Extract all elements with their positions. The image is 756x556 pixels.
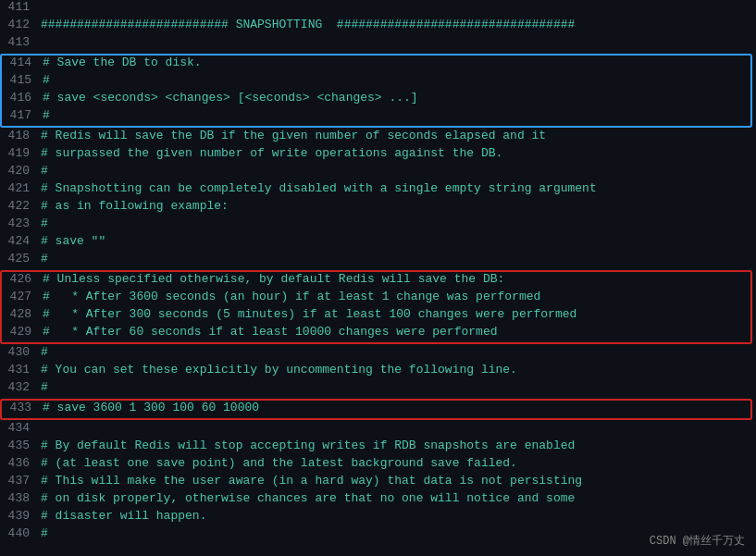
code-line: 426# Unless specified otherwise, by defa… (2, 272, 750, 290)
line-content: # You can set these explicitly by uncomm… (41, 363, 749, 377)
line-content: ########################## SNAPSHOTTING … (41, 18, 749, 31)
line-content: # on disk properly, otherwise chances ar… (41, 491, 749, 505)
line-number: 436 (0, 456, 41, 470)
code-line: 420# (0, 164, 756, 181)
line-content: # (43, 108, 743, 122)
code-line: 418# Redis will save the DB if the given… (0, 129, 756, 146)
line-number: 416 (2, 91, 43, 105)
line-number: 437 (0, 474, 41, 488)
code-line: 437# This will make the user aware (in a… (0, 474, 756, 491)
line-number: 434 (0, 421, 41, 435)
line-content: # Unless specified otherwise, by default… (43, 272, 743, 286)
line-number: 440 (0, 526, 41, 540)
code-line: 414# Save the DB to disk. (2, 56, 750, 73)
watermark-text: CSDN @情丝千万丈 (650, 533, 745, 549)
code-line: 431# You can set these explicitly by unc… (0, 363, 756, 380)
line-number: 423 (0, 216, 41, 230)
code-line: 429# * After 60 seconds if at least 1000… (2, 325, 750, 342)
code-line: 412########################## SNAPSHOTTI… (0, 18, 756, 35)
line-content: # (41, 164, 749, 178)
line-content: # * After 300 seconds (5 minutes) if at … (43, 307, 743, 321)
line-content: # save "" (41, 234, 749, 248)
red-single-highlight: 433# save 3600 1 300 100 60 10000 (0, 399, 752, 420)
line-content: # save <seconds> <changes> [<seconds> <c… (43, 91, 743, 105)
line-content: # * After 3600 seconds (an hour) if at l… (43, 290, 743, 303)
code-line: 428# * After 300 seconds (5 minutes) if … (2, 307, 750, 325)
line-number: 428 (2, 307, 43, 321)
code-line: 440# (0, 526, 756, 544)
code-line: 433# save 3600 1 300 100 60 10000 (2, 401, 750, 418)
code-line: 411 (0, 0, 756, 18)
line-number: 418 (0, 129, 41, 142)
code-line: 430# (0, 345, 756, 363)
line-content: # By default Redis will stop accepting w… (41, 439, 749, 452)
code-line: 417# (2, 108, 750, 126)
line-content: # (41, 380, 749, 394)
line-number: 431 (0, 363, 41, 377)
line-number: 412 (0, 18, 41, 31)
line-content: # This will make the user aware (in a ha… (41, 474, 749, 488)
red-highlight-block: 426# Unless specified otherwise, by defa… (0, 270, 752, 344)
line-number: 430 (0, 345, 41, 359)
code-line: 435# By default Redis will stop acceptin… (0, 439, 756, 456)
line-content: # (41, 345, 749, 359)
code-line: 422# as in following example: (0, 199, 756, 216)
line-number: 432 (0, 380, 41, 394)
code-line: 415# (2, 73, 750, 91)
line-content: # as in following example: (41, 199, 749, 213)
line-content: # surpassed the given number of write op… (41, 146, 749, 160)
code-line: 423# (0, 216, 756, 234)
line-content: # (43, 73, 743, 87)
line-number: 421 (0, 181, 41, 195)
line-number: 426 (2, 272, 43, 286)
code-line: 416# save <seconds> <changes> [<seconds>… (2, 91, 750, 108)
code-line: 434 (0, 421, 756, 439)
line-number: 425 (0, 252, 41, 266)
line-number: 411 (0, 0, 41, 14)
line-number: 429 (2, 325, 43, 339)
line-content: # Save the DB to disk. (43, 56, 743, 69)
line-number: 427 (2, 290, 43, 303)
line-number: 438 (0, 491, 41, 505)
line-number: 435 (0, 439, 41, 452)
line-number: 413 (0, 35, 41, 49)
code-line: 432# (0, 380, 756, 398)
code-line: 439# disaster will happen. (0, 509, 756, 526)
line-number: 422 (0, 199, 41, 213)
code-line: 436# (at least one save point) and the l… (0, 456, 756, 474)
line-number: 419 (0, 146, 41, 160)
code-line: 427# * After 3600 seconds (an hour) if a… (2, 290, 750, 307)
code-line: 425# (0, 252, 756, 269)
line-number: 433 (2, 401, 43, 414)
code-line: 421# Snapshotting can be completely disa… (0, 181, 756, 199)
line-number: 424 (0, 234, 41, 248)
code-line: 419# surpassed the given number of write… (0, 146, 756, 164)
line-content: # (41, 216, 749, 230)
line-content: # (41, 526, 749, 540)
line-content: # Snapshotting can be completely disable… (41, 181, 749, 195)
line-number: 439 (0, 509, 41, 523)
line-content: # Redis will save the DB if the given nu… (41, 129, 749, 142)
line-number: 420 (0, 164, 41, 178)
line-number: 415 (2, 73, 43, 87)
line-content: # (at least one save point) and the late… (41, 456, 749, 470)
line-content: # * After 60 seconds if at least 10000 c… (43, 325, 743, 339)
blue-highlight-block: 414# Save the DB to disk.415#416# save <… (0, 54, 752, 128)
line-content: # disaster will happen. (41, 509, 749, 523)
code-viewer: 411412########################## SNAPSHO… (0, 0, 756, 556)
code-line: 413 (0, 35, 756, 53)
line-number: 417 (2, 108, 43, 122)
line-number: 414 (2, 56, 43, 69)
line-content: # save 3600 1 300 100 60 10000 (43, 401, 743, 414)
code-line: 438# on disk properly, otherwise chances… (0, 491, 756, 509)
code-line: 424# save "" (0, 234, 756, 252)
line-content: # (41, 252, 749, 266)
